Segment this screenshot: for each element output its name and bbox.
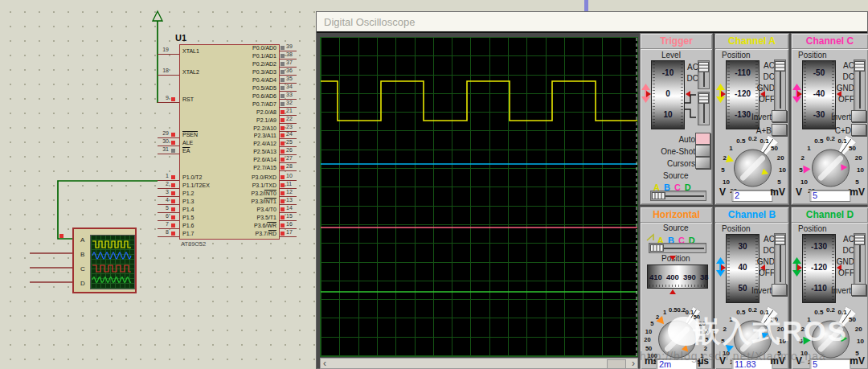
coupling-switch[interactable] xyxy=(854,233,866,285)
pin-state-indicator xyxy=(171,215,175,219)
scroll-thumb[interactable] xyxy=(607,359,626,369)
pin-name: P2.6/A14 xyxy=(253,157,276,162)
watermark-brand: 嵌入式ROS xyxy=(693,313,848,351)
pin-state-indicator xyxy=(280,62,285,66)
svg-text:10: 10 xyxy=(778,166,785,174)
invert-button[interactable] xyxy=(851,110,866,122)
scope-input-label: A xyxy=(80,236,84,244)
pin-state-indicator xyxy=(171,175,175,179)
pin-state-indicator xyxy=(280,232,285,236)
pin-name: P3.3/INT1 xyxy=(251,199,276,204)
gain-value[interactable]: 2 xyxy=(731,190,772,202)
pin-state-indicator xyxy=(171,133,175,137)
pin-name: P0.3/AD3 xyxy=(252,69,276,75)
trigger-level-drum[interactable]: -10 0 10 xyxy=(651,60,685,129)
pin-number: 21 xyxy=(286,108,293,113)
invert-button[interactable] xyxy=(772,110,787,122)
pin-number: 31 xyxy=(151,146,169,152)
svg-text:0.2: 0.2 xyxy=(677,306,685,314)
coupling-switch[interactable] xyxy=(854,59,866,111)
unit-volts: V xyxy=(719,187,726,198)
pin-state-indicator xyxy=(280,78,285,82)
horizontal-position-drum[interactable]: 410 400 390 38 xyxy=(647,264,708,289)
ac-label: AC xyxy=(843,61,854,70)
trigger-edge-switch[interactable] xyxy=(698,92,710,125)
unit-millivolts: mV xyxy=(770,187,785,198)
off-label: OFF xyxy=(759,269,775,277)
pin-state-indicator xyxy=(280,94,285,98)
channel-c-panel: Channel C Position -50 -40 -30 AC DC GND… xyxy=(791,33,868,205)
pin-stub xyxy=(158,54,179,55)
pin-number: 18 xyxy=(151,68,169,73)
gain-value[interactable]: 5 xyxy=(809,190,850,202)
pin-stub xyxy=(280,236,297,237)
trigger-coupling-switch[interactable] xyxy=(698,60,710,89)
svg-text:1: 1 xyxy=(729,145,733,152)
pin-name: P1.6 xyxy=(182,223,194,228)
pin-state-indicator xyxy=(280,175,285,179)
panel-title: Channel B xyxy=(715,207,788,223)
pin-number: 5 xyxy=(151,205,169,211)
source-label: Source xyxy=(663,223,689,232)
svg-text:0.5: 0.5 xyxy=(668,306,676,314)
one-shot-button[interactable] xyxy=(695,145,710,157)
cursors-button[interactable] xyxy=(695,157,710,169)
position-label: Position xyxy=(798,224,827,233)
coupling-switch[interactable] xyxy=(774,233,786,285)
coupling-switch[interactable] xyxy=(774,59,786,111)
off-label: OFF xyxy=(838,95,854,104)
pin-name: P3.4/T0 xyxy=(256,207,276,212)
pin-number: 28 xyxy=(286,163,293,169)
position-label: Position xyxy=(722,224,751,233)
pin-state-indicator xyxy=(280,133,285,137)
invert-button[interactable] xyxy=(851,284,866,296)
pin-number: 25 xyxy=(286,139,293,145)
pin-state-indicator xyxy=(171,149,175,153)
svg-text:0.1: 0.1 xyxy=(760,137,769,145)
svg-text:1: 1 xyxy=(807,145,811,152)
scroll-left-arrow[interactable]: ‹ xyxy=(323,358,326,369)
pin-state-indicator xyxy=(171,141,175,145)
svg-text:20: 20 xyxy=(854,154,862,162)
pin-state-indicator xyxy=(280,141,285,146)
position-label: Position xyxy=(798,51,827,59)
mcu-chip-u1[interactable]: U1 AT89C52 XTAL1XTAL2RSTPSENALEEAP1.0/T2… xyxy=(179,44,280,240)
scope-display xyxy=(320,37,638,357)
window-titlebar[interactable]: Digital Oscilloscope xyxy=(317,12,867,33)
svg-text:10: 10 xyxy=(800,178,807,186)
invert-button[interactable] xyxy=(772,284,787,296)
pin-state-indicator xyxy=(280,215,285,219)
oscilloscope-window: Digital Oscilloscope ‹ › Trigger Level -… xyxy=(316,11,868,369)
svg-text:10: 10 xyxy=(856,338,863,345)
pin-number: 2 xyxy=(151,181,169,187)
pin-name: P0.4/AD4 xyxy=(252,77,276,83)
pin-state-indicator xyxy=(171,223,175,228)
pin-name: P2.7/A15 xyxy=(253,165,276,170)
drum-marker-left xyxy=(646,91,651,97)
trigger-source-slider[interactable] xyxy=(650,191,706,201)
pin-state-indicator xyxy=(171,199,175,203)
pin-name: P1.7 xyxy=(182,231,194,236)
horizontal-source-slider[interactable] xyxy=(649,243,706,253)
display-hscrollbar[interactable]: ‹ › xyxy=(320,358,638,369)
scroll-right-arrow[interactable]: › xyxy=(632,358,635,369)
one-shot-label: One-Shot xyxy=(661,147,695,156)
pin-state-indicator xyxy=(171,97,175,101)
pin-name: P0.0/AD0 xyxy=(252,45,276,51)
pin-state-indicator xyxy=(280,102,285,106)
pin-name: P3.0/RXD xyxy=(252,174,276,180)
drum-marker-left xyxy=(797,264,802,271)
pin-name: P0.6/AD6 xyxy=(252,93,276,99)
dc-label: DC xyxy=(843,72,854,81)
pin-number: 7 xyxy=(151,221,169,227)
auto-button[interactable] xyxy=(695,133,710,145)
pin-state-indicator xyxy=(280,46,285,50)
scope-input-label: D xyxy=(80,280,85,287)
svg-text:2: 2 xyxy=(800,154,805,162)
svg-text:0.2: 0.2 xyxy=(747,135,757,142)
pin-name: P2.2/A10 xyxy=(253,125,276,131)
pin-state-indicator xyxy=(280,223,285,228)
pin-stub xyxy=(158,154,179,154)
pin-state-indicator xyxy=(280,183,285,187)
oscilloscope-component[interactable]: ABCD xyxy=(72,228,137,293)
